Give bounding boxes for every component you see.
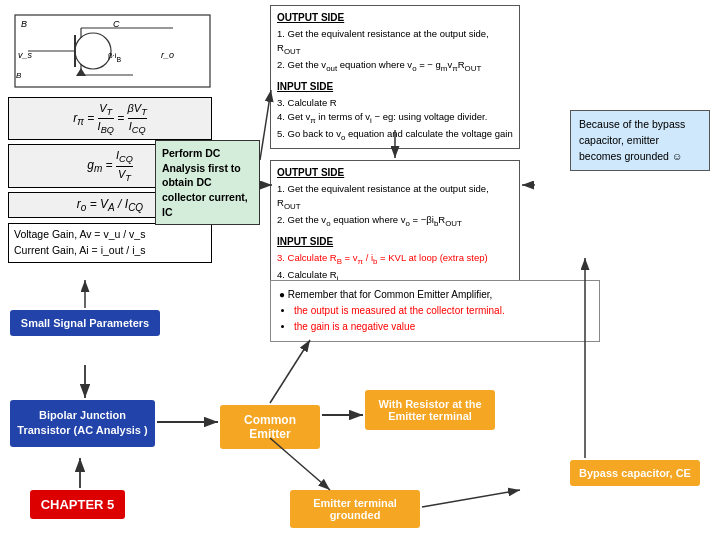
input-side-label-2: INPUT SIDE <box>277 234 513 249</box>
left-panel: B C v_s β·iB r_o B rπ = VT IBQ = <box>0 0 220 540</box>
svg-marker-10 <box>76 68 86 76</box>
input-item-1a: 3. Calculate R <box>277 96 513 110</box>
svg-text:v_s: v_s <box>18 50 33 60</box>
bypass-cap-box: Bypass capacitor, CE <box>570 460 700 486</box>
bypass-info-box: Because of the bypass capacitor, emitter… <box>570 110 710 171</box>
output-item-2b: 2. Get the vo equation where vo = −βibRO… <box>277 213 513 230</box>
remember-item-2: the gain is a negative value <box>294 321 415 332</box>
bjt-box: Bipolar Junction Transistor (AC Analysis… <box>10 400 155 447</box>
svg-text:β·iB: β·iB <box>108 51 122 63</box>
common-emitter-box: Common Emitter <box>220 405 320 449</box>
remember-list: the output is measured at the collector … <box>294 303 591 335</box>
svg-line-25 <box>422 490 520 507</box>
output-side-box-1: OUTPUT SIDE 1. Get the equivalent resist… <box>270 5 520 149</box>
output-item-1b: 2. Get the vout equation where vo = − gm… <box>277 58 513 75</box>
remember-box: ● Remember that for Common Emitter Ampli… <box>270 280 600 342</box>
chapter-box: CHAPTER 5 <box>30 490 125 519</box>
resistor-emitter-box: With Resistor at the Emitter terminal <box>365 390 495 430</box>
output-item-1a: 1. Get the equivalent resistance at the … <box>277 27 513 58</box>
svg-text:B: B <box>16 71 22 80</box>
output-side-label-1: OUTPUT SIDE <box>277 10 513 25</box>
small-signal-box: Small Signal Parameters <box>10 310 160 336</box>
rpi-formula: rπ = VT IBQ = βVT ICQ <box>8 97 212 140</box>
svg-point-3 <box>75 33 111 69</box>
input-item-2a: 3. Calculate RB = vπ / ib = KVL at loop … <box>277 251 513 268</box>
svg-text:r_o: r_o <box>161 50 174 60</box>
dc-analysis-box: Perform DC Analysis first to obtain DC c… <box>155 140 260 225</box>
input-item-1c: 5. Go back to vo equation and calculate … <box>277 127 513 144</box>
input-item-1b: 4. Get vπ in terms of vi − eg: using vol… <box>277 110 513 127</box>
gain-formulas: Voltage Gain, Av = v_u / v_s Current Gai… <box>8 223 212 263</box>
svg-line-22 <box>270 340 310 403</box>
svg-text:B: B <box>21 19 27 29</box>
input-side-label-1: INPUT SIDE <box>277 79 513 94</box>
output-item-2a: 1. Get the equivalent resistance at the … <box>277 182 513 213</box>
emitter-ground-box: Emitter terminal grounded <box>290 490 420 528</box>
circuit-diagram: B C v_s β·iB r_o B <box>13 13 213 93</box>
remember-item-1: the output is measured at the collector … <box>294 305 505 316</box>
output-side-label-2: OUTPUT SIDE <box>277 165 513 180</box>
